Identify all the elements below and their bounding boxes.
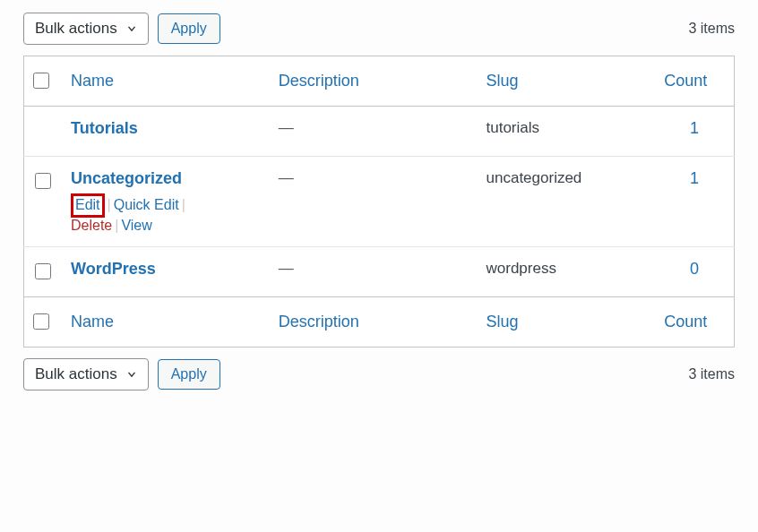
edit-link[interactable]: Edit [75,197,100,212]
select-all-checkbox-bottom[interactable] [33,313,49,330]
header-name[interactable]: Name [71,72,114,90]
row-description: — [279,169,294,186]
categories-table: Name Description Slug Count Tutorials — … [23,56,735,348]
row-checkbox[interactable] [35,263,51,279]
chevron-down-icon [125,21,139,36]
row-count-link[interactable]: 0 [690,260,699,278]
header-checkbox-cell [24,56,62,107]
header-description[interactable]: Description [279,72,359,90]
view-link[interactable]: View [121,218,151,233]
quick-edit-link[interactable]: Quick Edit [114,197,179,212]
table-row: WordPress — wordpress 0 [24,246,735,296]
items-count: 3 items [688,21,735,37]
separator: | [179,197,188,212]
row-count-link[interactable]: 1 [690,119,699,137]
bulk-actions-select[interactable]: Bulk actions [23,358,149,390]
row-title-link[interactable]: WordPress [71,260,156,278]
tablenav-top: Bulk actions Apply 3 items [23,13,735,45]
row-checkbox[interactable] [35,173,51,189]
table-row: Uncategorized Edit|Quick Edit| Delete|Vi… [24,157,735,247]
footer-slug[interactable]: Slug [487,313,519,330]
header-slug[interactable]: Slug [487,72,519,90]
items-count: 3 items [688,366,735,382]
header-count[interactable]: Count [664,72,707,90]
bulk-actions-wrap: Bulk actions Apply [23,358,220,390]
row-actions: Edit|Quick Edit| Delete|View [71,193,261,234]
footer-name[interactable]: Name [71,313,114,330]
bulk-actions-label: Bulk actions [35,19,117,39]
apply-button[interactable]: Apply [158,359,220,390]
edit-highlight-box: Edit [71,193,105,218]
footer-description[interactable]: Description [279,313,359,330]
separator: | [112,218,121,233]
row-description: — [279,119,294,136]
table-row: Tutorials — tutorials 1 [24,107,735,157]
row-slug: uncategorized [487,169,582,186]
row-title-link[interactable]: Uncategorized [71,169,182,187]
apply-button[interactable]: Apply [158,13,220,45]
bulk-actions-select[interactable]: Bulk actions [23,13,149,45]
row-slug: tutorials [487,119,540,136]
separator: | [105,197,114,212]
tablenav-bottom: Bulk actions Apply 3 items [23,358,735,390]
table-footer: Name Description Slug Count [24,296,735,347]
row-slug: wordpress [487,260,556,277]
chevron-down-icon [125,367,139,382]
row-title-link[interactable]: Tutorials [71,119,138,137]
bulk-actions-wrap: Bulk actions Apply [23,13,220,45]
table-header: Name Description Slug Count [24,56,735,107]
bulk-actions-label: Bulk actions [35,365,117,384]
row-count-link[interactable]: 1 [690,169,699,187]
footer-count[interactable]: Count [664,313,707,330]
select-all-checkbox-top[interactable] [33,73,49,89]
delete-link[interactable]: Delete [71,218,112,233]
row-description: — [279,260,294,277]
